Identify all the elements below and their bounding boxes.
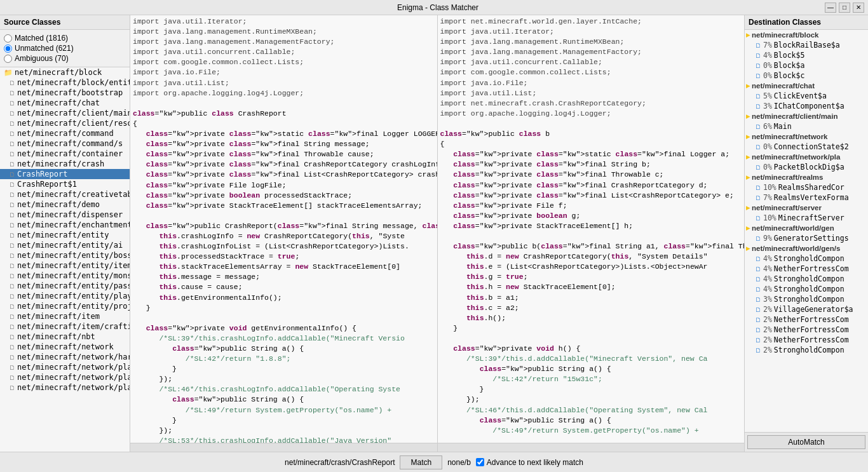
left-list-item[interactable]: 🗋net/minecraft/client/resou (0, 118, 130, 128)
automatch-btn-container: AutoMatch (745, 432, 868, 452)
right-list-item[interactable]: 🗋 0% PacketBlockDig$a (745, 162, 868, 172)
right-list-item[interactable]: 🗋 10% MinecraftServer (745, 213, 868, 223)
left-code-hscroll[interactable] (130, 443, 437, 452)
match-percentage: 0% (763, 142, 772, 151)
right-code-content[interactable]: import net.minecraft.world.gen.layer.Int… (438, 15, 745, 443)
folder-icon: ▸ (746, 173, 750, 182)
left-code-content[interactable]: import java.util.Iterator; import java.l… (130, 15, 437, 443)
left-list-item[interactable]: 🗋net/minecraft/bootstrap (0, 88, 130, 98)
radio-matched[interactable] (4, 34, 12, 43)
automatch-button[interactable]: AutoMatch (747, 435, 865, 449)
left-list[interactable]: 📁net/minecraft/block🗋net/minecraft/block… (0, 67, 130, 452)
right-list-item[interactable]: 🗋 7% BlockRailBase$a (745, 40, 868, 50)
right-list-item[interactable]: 🗋 2% NetherFortressCom (745, 335, 868, 345)
left-list-item[interactable]: 🗋net/minecraft/command (0, 128, 130, 138)
left-list-item[interactable]: 🗋net/minecraft/container (0, 149, 130, 159)
left-list-item[interactable]: 🗋net/minecraft/entity/ai (0, 240, 130, 250)
right-list-item[interactable]: 🗋 4% NetherFortressCom (745, 264, 868, 274)
right-list-item[interactable]: 🗋 3% IChatComponent$a (745, 101, 868, 111)
right-item-label: RealmsSharedCor (778, 183, 844, 192)
left-list-item[interactable]: 🗋net/minecraft/entity (0, 230, 130, 240)
right-group-header[interactable]: ▸ net/minecraft/world/gen (745, 223, 868, 233)
left-list-item[interactable]: 🗋net/minecraft/crash (0, 159, 130, 169)
left-list-item[interactable]: 🗋net/minecraft/entity/player (0, 291, 130, 301)
left-list-item[interactable]: 🗋net/minecraft/enchantment (0, 220, 130, 230)
left-list-item[interactable]: 🗋net/minecraft/network (0, 342, 130, 352)
doc-icon: 🗋 (755, 164, 761, 171)
right-list-item[interactable]: 🗋 2% StrongholdCompon (745, 345, 868, 355)
left-list-item[interactable]: 🗋net/minecraft/network/pla (0, 362, 130, 372)
left-list-item[interactable]: 🗋net/minecraft/item/crafting (0, 321, 130, 332)
left-list-item[interactable]: 🗋net/minecraft/block/entity (0, 78, 130, 88)
right-list-item[interactable]: 🗋 4% Block$5 (745, 50, 868, 60)
left-list-item[interactable]: 📁net/minecraft/block (0, 67, 130, 78)
left-list-item[interactable]: 🗋net/minecraft/nbt (0, 332, 130, 342)
right-list[interactable]: ▸ net/minecraft/block🗋 7% BlockRailBase$… (745, 30, 868, 432)
radio-label-unmatched: Unmatched (621) (15, 44, 74, 53)
radio-unmatched[interactable] (4, 44, 12, 53)
right-group-header[interactable]: ▸ net/minecraft/network (745, 131, 868, 142)
folder-icon: ▸ (746, 244, 750, 253)
right-group-header[interactable]: ▸ net/minecraft/chat (745, 81, 868, 91)
file-icon: 🗋 (9, 354, 15, 361)
right-list-item[interactable]: 🗋 3% StrongholdCompon (745, 294, 868, 304)
right-group-header[interactable]: ▸ net/minecraft/realms (745, 172, 868, 182)
doc-icon: 🗋 (755, 123, 761, 130)
right-list-item[interactable]: 🗋 5% ClickEvent$a (745, 91, 868, 101)
left-list-item[interactable]: 🗋net/minecraft/network/har (0, 352, 130, 362)
right-code-panel: import net.minecraft.world.gen.layer.Int… (438, 15, 745, 452)
left-list-item[interactable]: 🗋net/minecraft/network/pla (0, 382, 130, 393)
left-list-item[interactable]: 🗋net/minecraft/entity/boss (0, 250, 130, 260)
right-group-header[interactable]: ▸ net/minecraft/network/pla (745, 152, 868, 162)
doc-icon: 🗋 (755, 184, 761, 191)
right-list-item[interactable]: 🗋 2% NetherFortressCom (745, 314, 868, 325)
right-group-header[interactable]: ▸ net/minecraft/client/main (745, 111, 868, 121)
list-item-label: net/minecraft/entity/boss (17, 251, 130, 260)
radio-ambiguous[interactable] (4, 55, 12, 63)
left-list-item[interactable]: 🗋net/minecraft/entity/item (0, 260, 130, 271)
left-list-item[interactable]: 🗋net/minecraft/entity/mons (0, 271, 130, 281)
match-percentage: 4% (763, 51, 772, 60)
right-group-header[interactable]: ▸ net/minecraft/world/gen/s (745, 243, 868, 253)
right-list-item[interactable]: 🗋 4% StrongholdCompon (745, 253, 868, 264)
left-list-item[interactable]: 🗋net/minecraft/demo (0, 199, 130, 210)
left-list-item[interactable]: 🗋net/minecraft/client/main (0, 108, 130, 118)
maximize-button[interactable]: □ (839, 3, 850, 13)
left-list-item[interactable]: 🗋net/minecraft/command/s (0, 138, 130, 149)
right-code-hscroll[interactable] (438, 443, 745, 452)
right-group-header[interactable]: ▸ net/minecraft/block (745, 30, 868, 40)
right-panel-header: Destination Classes (745, 15, 868, 30)
left-list-item[interactable]: 🗋net/minecraft/entity/projec (0, 301, 130, 311)
right-list-item[interactable]: 🗋 4% StrongholdCompon (745, 274, 868, 284)
left-list-item[interactable]: 🗋net/minecraft/entity/passi (0, 281, 130, 291)
left-list-item[interactable]: 🗋CrashReport$1 (0, 179, 130, 189)
left-list-item[interactable]: 🗋net/minecraft/chat (0, 98, 130, 108)
right-list-item[interactable]: 🗋 0% ConnectionState$2 (745, 142, 868, 152)
left-list-item[interactable]: 🗋net/minecraft/dispenser (0, 210, 130, 220)
right-list-item[interactable]: 🗋 0% Block$c (745, 71, 868, 81)
left-list-item[interactable]: 🗋net/minecraft/item (0, 311, 130, 321)
close-button[interactable]: ✕ (853, 3, 864, 13)
match-percentage: 7% (763, 41, 772, 50)
center-panels: import java.util.Iterator; import java.l… (130, 15, 744, 452)
radio-label-ambiguous: Ambiguous (70) (15, 54, 69, 63)
right-list-item[interactable]: 🗋 10% RealmsSharedCor (745, 182, 868, 192)
right-group-label: net/minecraft/chat (752, 82, 815, 90)
left-list-item[interactable]: 🗋CrashReport (0, 169, 130, 179)
list-item-label: net/minecraft/network/pla (17, 373, 130, 382)
radio-item-unmatched: Unmatched (621) (4, 44, 126, 53)
right-list-item[interactable]: 🗋 2% NetherFortressCom (745, 325, 868, 335)
left-list-item[interactable]: 🗋net/minecraft/network/pla (0, 372, 130, 382)
match-button[interactable]: Match (400, 455, 442, 469)
advance-checkbox[interactable] (476, 458, 484, 466)
right-list-item[interactable]: 🗋 4% StrongholdCompon (745, 284, 868, 294)
right-list-item[interactable]: 🗋 7% RealmsVertexForma (745, 192, 868, 203)
right-list-item[interactable]: 🗋 0% Block$a (745, 60, 868, 71)
left-list-item[interactable]: 🗋net/minecraft/creativetab (0, 189, 130, 199)
right-list-item[interactable]: 🗋 6% Main (745, 121, 868, 131)
list-item-label: net/minecraft/network/pla (17, 363, 130, 372)
right-list-item[interactable]: 🗋 2% VillageGenerator$a (745, 304, 868, 314)
right-group-header[interactable]: ▸ net/minecraft/server (745, 203, 868, 213)
right-list-item[interactable]: 🗋 9% GeneratorSettings (745, 233, 868, 243)
minimize-button[interactable]: — (825, 3, 836, 13)
